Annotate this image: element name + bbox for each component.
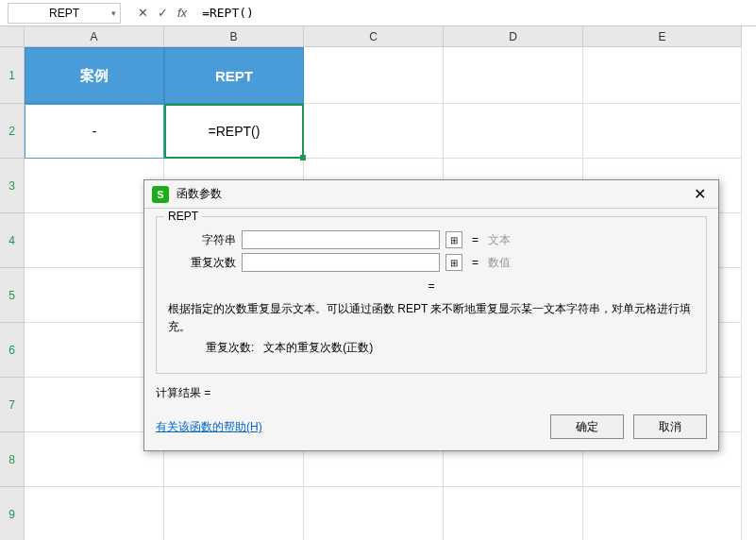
cell-d2[interactable] — [444, 104, 583, 159]
cell-d9[interactable] — [444, 487, 583, 540]
function-name-label: REPT — [164, 210, 202, 223]
row-header-5[interactable]: 5 — [0, 268, 25, 323]
dropdown-icon[interactable]: ▾ — [111, 8, 116, 18]
cell-a2[interactable]: - — [25, 104, 164, 159]
name-box-value: REPT — [49, 7, 79, 20]
preview-result: = — [168, 279, 695, 293]
param-input-number[interactable] — [242, 253, 440, 272]
cell-e9[interactable] — [583, 487, 742, 540]
dialog-body: REPT 字符串 ⊞ = 文本 重复次数 ⊞ = 数值 = 根据指定的次数重复显… — [144, 209, 718, 450]
param-label-number: 重复次数 — [168, 255, 236, 271]
formula-input[interactable] — [196, 3, 756, 24]
dialog-titlebar[interactable]: S 函数参数 ✕ — [144, 180, 718, 209]
param-desc-label: 重复次数: — [206, 341, 254, 354]
app-logo-icon: S — [152, 186, 169, 203]
param-label-text: 字符串 — [168, 232, 236, 248]
formula-bar-icons: ✕ ✓ fx — [128, 6, 196, 20]
cell-d1[interactable] — [444, 47, 583, 104]
col-header-e[interactable]: E — [583, 26, 742, 47]
cell-a9[interactable] — [25, 487, 164, 540]
range-selector-icon[interactable]: ⊞ — [445, 254, 462, 271]
name-box[interactable]: REPT ▾ — [8, 3, 121, 24]
cell-e2[interactable] — [583, 104, 742, 159]
param-hint-text: 文本 — [488, 232, 511, 248]
row-header-3[interactable]: 3 — [0, 159, 25, 213]
close-icon[interactable]: ✕ — [688, 185, 711, 203]
cancel-button[interactable]: 取消 — [633, 414, 707, 439]
cell-b2[interactable]: =REPT() — [164, 104, 304, 159]
range-selector-icon[interactable]: ⊞ — [445, 231, 462, 248]
row-2: 2 - =REPT() — [0, 104, 756, 159]
col-header-b[interactable]: B — [164, 26, 304, 47]
row-1: 1 案例 REPT — [0, 47, 756, 104]
params-group: REPT 字符串 ⊞ = 文本 重复次数 ⊞ = 数值 = 根据指定的次数重复显… — [156, 216, 707, 374]
row-header-9[interactable]: 9 — [0, 487, 25, 540]
row-header-4[interactable]: 4 — [0, 213, 25, 268]
cell-b9[interactable] — [164, 487, 304, 540]
col-header-a[interactable]: A — [25, 26, 164, 47]
calc-result: 计算结果 = — [156, 385, 707, 401]
row-header-7[interactable]: 7 — [0, 378, 25, 432]
param-row-text: 字符串 ⊞ = 文本 — [168, 230, 695, 249]
cell-b1[interactable]: REPT — [164, 47, 304, 104]
function-description: 根据指定的次数重复显示文本。可以通过函数 REPT 来不断地重复显示某一文本字符… — [168, 300, 695, 336]
equals-label: = — [468, 256, 482, 269]
fx-icon[interactable]: fx — [177, 6, 187, 20]
confirm-icon[interactable]: ✓ — [158, 6, 168, 20]
dialog-title: 函数参数 — [176, 186, 688, 202]
param-desc-text: 文本的重复次数(正数) — [263, 341, 373, 354]
formula-bar: REPT ▾ ✕ ✓ fx — [0, 0, 756, 26]
col-header-d[interactable]: D — [444, 26, 583, 47]
cell-c1[interactable] — [304, 47, 444, 104]
cell-a1[interactable]: 案例 — [25, 47, 164, 104]
param-hint-number: 数值 — [488, 255, 511, 271]
row-header-6[interactable]: 6 — [0, 323, 25, 378]
dialog-footer: 有关该函数的帮助(H) 确定 取消 — [156, 409, 707, 439]
row-9: 9 — [0, 487, 756, 540]
equals-label: = — [468, 233, 482, 246]
ok-button[interactable]: 确定 — [550, 414, 624, 439]
cell-e1[interactable] — [583, 47, 742, 104]
cell-c2[interactable] — [304, 104, 444, 159]
col-header-c[interactable]: C — [304, 26, 444, 47]
param-row-number: 重复次数 ⊞ = 数值 — [168, 253, 695, 272]
param-description: 重复次数: 文本的重复次数(正数) — [206, 340, 695, 356]
row-header-1[interactable]: 1 — [0, 47, 25, 104]
cell-c9[interactable] — [304, 487, 444, 540]
function-arguments-dialog: S 函数参数 ✕ REPT 字符串 ⊞ = 文本 重复次数 ⊞ = 数值 = 根… — [143, 179, 719, 451]
cancel-icon[interactable]: ✕ — [138, 6, 148, 20]
select-all-corner[interactable] — [0, 26, 25, 47]
param-input-text[interactable] — [242, 230, 440, 249]
row-header-8[interactable]: 8 — [0, 432, 25, 487]
column-headers: A B C D E — [0, 26, 756, 47]
row-header-2[interactable]: 2 — [0, 104, 25, 159]
help-link[interactable]: 有关该函数的帮助(H) — [156, 419, 262, 435]
